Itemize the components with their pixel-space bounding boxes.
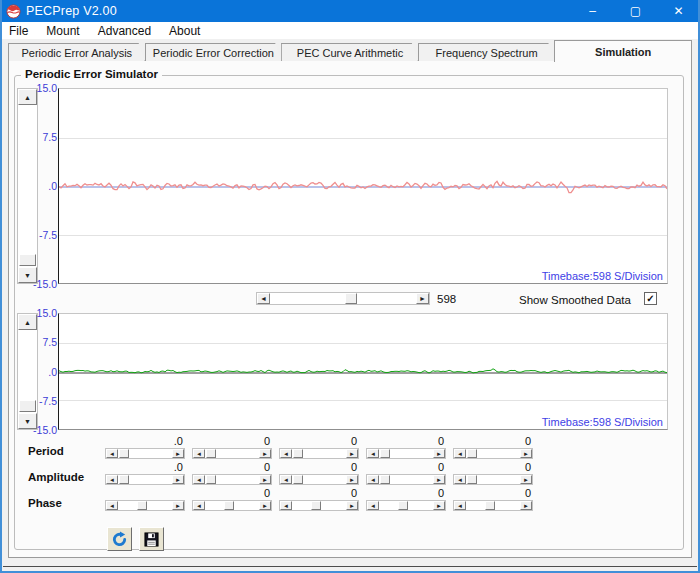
menu-mount[interactable]: Mount bbox=[37, 22, 88, 39]
refresh-button[interactable] bbox=[107, 527, 132, 551]
amplitude-slider-2[interactable]: ◄► bbox=[192, 474, 272, 485]
period-slider-3[interactable]: ◄► bbox=[279, 448, 359, 459]
timebase-scroll-thumb[interactable] bbox=[345, 293, 357, 304]
slider-left-icon[interactable]: ◄ bbox=[280, 501, 292, 510]
period-slider-1[interactable]: ◄► bbox=[105, 448, 185, 459]
slider-right-icon[interactable]: ► bbox=[346, 475, 358, 484]
slider-left-icon[interactable]: ◄ bbox=[106, 449, 118, 458]
scroll-right-icon[interactable]: ► bbox=[416, 293, 429, 304]
bottom-vscroll-thumb[interactable] bbox=[19, 400, 36, 412]
phase-slider-4[interactable]: ◄► bbox=[366, 500, 446, 511]
scroll-up-icon[interactable]: ▲ bbox=[18, 89, 37, 105]
scroll-up-icon[interactable]: ▲ bbox=[18, 314, 37, 330]
tab-frequency-spectrum[interactable]: Frequency Spectrum bbox=[418, 43, 555, 61]
show-smoothed-data-checkbox[interactable]: ✓ bbox=[644, 292, 657, 305]
save-button[interactable] bbox=[139, 527, 164, 551]
minimize-icon[interactable]: – bbox=[571, 0, 614, 22]
period-slider-thumb[interactable] bbox=[119, 449, 129, 458]
amplitude-value-5: 0 bbox=[525, 461, 531, 473]
phase-slider-4-group: 0◄► bbox=[366, 488, 446, 514]
scroll-left-icon[interactable]: ◄ bbox=[257, 293, 270, 304]
menu-advanced[interactable]: Advanced bbox=[89, 22, 160, 39]
y-tick-label: -7.5 bbox=[39, 395, 57, 407]
tab-periodic-error-analysis[interactable]: Periodic Error Analysis bbox=[8, 43, 145, 61]
amplitude-slider-thumb[interactable] bbox=[380, 475, 390, 484]
menubar: FileMountAdvancedAbout bbox=[0, 22, 700, 39]
slider-right-icon[interactable]: ► bbox=[172, 449, 184, 458]
slider-left-icon[interactable]: ◄ bbox=[367, 501, 379, 510]
period-value-4: 0 bbox=[438, 435, 444, 447]
phase-slider-3-group: 0◄► bbox=[279, 488, 359, 514]
slider-left-icon[interactable]: ◄ bbox=[106, 501, 118, 510]
menu-file[interactable]: File bbox=[0, 22, 37, 39]
close-icon[interactable]: ✕ bbox=[657, 0, 700, 22]
slider-left-icon[interactable]: ◄ bbox=[193, 501, 205, 510]
amplitude-slider-3[interactable]: ◄► bbox=[279, 474, 359, 485]
amplitude-value-4: 0 bbox=[438, 461, 444, 473]
slider-right-icon[interactable]: ► bbox=[433, 501, 445, 510]
slider-left-icon[interactable]: ◄ bbox=[367, 475, 379, 484]
slider-right-icon[interactable]: ► bbox=[346, 449, 358, 458]
bottom-timebase-label: Timebase:598 S/Division bbox=[542, 416, 663, 428]
slider-left-icon[interactable]: ◄ bbox=[106, 475, 118, 484]
timebase-hscrollbar[interactable]: ◄ ► bbox=[256, 292, 430, 305]
slider-left-icon[interactable]: ◄ bbox=[454, 501, 466, 510]
amplitude-slider-1[interactable]: ◄► bbox=[105, 474, 185, 485]
period-slider-thumb[interactable] bbox=[206, 449, 216, 458]
bottom-chart-vscrollbar[interactable]: ▲ ▼ bbox=[17, 313, 38, 430]
slider-right-icon[interactable]: ► bbox=[259, 501, 271, 510]
tab-periodic-error-correction[interactable]: Periodic Error Correction bbox=[145, 43, 282, 61]
phase-slider-thumb[interactable] bbox=[485, 501, 495, 510]
period-slider-2[interactable]: ◄► bbox=[192, 448, 272, 459]
slider-right-icon[interactable]: ► bbox=[346, 501, 358, 510]
amplitude-slider-thumb[interactable] bbox=[119, 475, 129, 484]
slider-left-icon[interactable]: ◄ bbox=[193, 449, 205, 458]
phase-slider-5[interactable]: ◄► bbox=[453, 500, 533, 511]
amplitude-slider-5[interactable]: ◄► bbox=[453, 474, 533, 485]
slider-right-icon[interactable]: ► bbox=[433, 475, 445, 484]
slider-right-icon[interactable]: ► bbox=[433, 449, 445, 458]
slider-right-icon[interactable]: ► bbox=[172, 475, 184, 484]
phase-slider-2[interactable]: ◄► bbox=[192, 500, 272, 511]
period-slider-thumb[interactable] bbox=[467, 449, 477, 458]
groupbox-title: Periodic Error Simulator bbox=[21, 68, 162, 80]
y-tick-label: .0 bbox=[48, 366, 57, 378]
phase-slider-thumb[interactable] bbox=[224, 501, 234, 510]
slider-left-icon[interactable]: ◄ bbox=[280, 475, 292, 484]
slider-left-icon[interactable]: ◄ bbox=[280, 449, 292, 458]
phase-slider-thumb[interactable] bbox=[311, 501, 321, 510]
phase-slider-thumb[interactable] bbox=[137, 501, 147, 510]
tab-simulation[interactable]: Simulation bbox=[554, 40, 692, 62]
slider-right-icon[interactable]: ► bbox=[520, 501, 532, 510]
slider-right-icon[interactable]: ► bbox=[259, 475, 271, 484]
phase-label: Phase bbox=[28, 497, 62, 509]
slider-left-icon[interactable]: ◄ bbox=[454, 475, 466, 484]
period-slider-4[interactable]: ◄► bbox=[366, 448, 446, 459]
top-chart-y-axis: 15.07.5.0-7.5-15.0 bbox=[37, 88, 57, 284]
phase-slider-3[interactable]: ◄► bbox=[279, 500, 359, 511]
amplitude-slider-thumb[interactable] bbox=[293, 475, 303, 484]
amplitude-slider-thumb[interactable] bbox=[467, 475, 477, 484]
slider-right-icon[interactable]: ► bbox=[172, 501, 184, 510]
amplitude-slider-4[interactable]: ◄► bbox=[366, 474, 446, 485]
top-vscroll-thumb[interactable] bbox=[19, 254, 36, 266]
slider-left-icon[interactable]: ◄ bbox=[193, 475, 205, 484]
slider-left-icon[interactable]: ◄ bbox=[454, 449, 466, 458]
period-slider-5[interactable]: ◄► bbox=[453, 448, 533, 459]
period-slider-thumb[interactable] bbox=[293, 449, 303, 458]
period-slider-5-group: 0◄► bbox=[453, 436, 533, 462]
slider-right-icon[interactable]: ► bbox=[520, 449, 532, 458]
maximize-icon[interactable]: ▢ bbox=[614, 0, 657, 22]
menu-about[interactable]: About bbox=[160, 22, 209, 39]
phase-slider-1[interactable]: ◄► bbox=[105, 500, 185, 511]
slider-right-icon[interactable]: ► bbox=[259, 449, 271, 458]
top-timebase-label: Timebase:598 S/Division bbox=[542, 270, 663, 282]
tab-pec-curve-arithmetic[interactable]: PEC Curve Arithmetic bbox=[281, 43, 418, 61]
slider-right-icon[interactable]: ► bbox=[520, 475, 532, 484]
top-chart-vscrollbar[interactable]: ▲ ▼ bbox=[17, 88, 38, 284]
y-tick-label: 7.5 bbox=[42, 131, 57, 143]
phase-slider-thumb[interactable] bbox=[398, 501, 408, 510]
amplitude-slider-thumb[interactable] bbox=[206, 475, 216, 484]
slider-left-icon[interactable]: ◄ bbox=[367, 449, 379, 458]
period-slider-thumb[interactable] bbox=[380, 449, 390, 458]
